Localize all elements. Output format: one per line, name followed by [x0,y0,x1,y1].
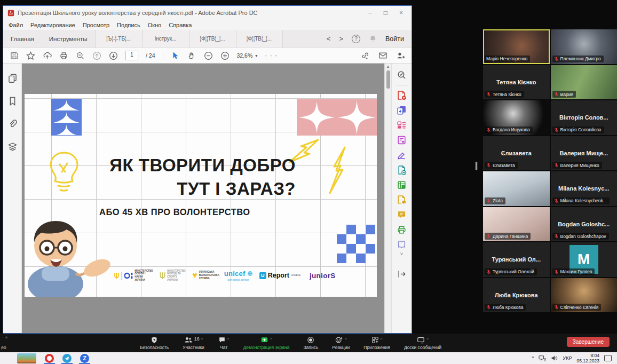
security-button[interactable]: Безопасность [140,336,169,350]
sign-in-button[interactable]: Войти [385,35,404,43]
participant-tile[interactable]: Племянник Дмитро [551,29,617,64]
participant-tile[interactable]: Валерия Мище... Валерия Мищенко [551,136,617,171]
minimize-button[interactable]: – [368,10,372,16]
comment-icon[interactable] [397,210,407,220]
page-down-icon[interactable] [109,51,118,60]
participant-tile[interactable]: Дарина Ганшина [483,207,550,242]
hand-tool-icon[interactable] [187,51,196,60]
notification-center-icon[interactable] [604,355,612,361]
page-thumbnails-icon[interactable] [7,73,18,83]
screen-share-button[interactable]: ^ Демонстрация экрана [243,336,290,350]
taskbar-zoom-app[interactable]: Z [79,352,90,364]
share-cloud-icon[interactable] [43,51,52,60]
record-button[interactable]: Запись [303,336,318,350]
participant-tile[interactable]: Богдана Ищукова [483,100,550,135]
chat-button[interactable]: ^ Чат [218,336,230,350]
participant-tile[interactable]: M Максим Гуляев [551,242,617,277]
participants-button[interactable]: 16^ Участники [183,336,204,350]
page-number-input[interactable]: 1 [125,51,138,60]
tray-expand-icon[interactable]: ^ [532,355,534,361]
more-tools-icon[interactable]: · · · [265,52,278,59]
save-icon[interactable] [10,51,19,60]
vertical-scrollbar[interactable]: ▲ [384,64,391,333]
zoom-level-dropdown[interactable]: 32,6% ▾ [237,52,258,59]
chevron-down-icon[interactable]: ˅ [400,251,403,257]
participant-tile[interactable]: Bogdan Goloshc... Bogdan Goloshchapov [551,207,617,242]
chevron-up-icon[interactable]: ^ [5,336,7,341]
send-email-icon[interactable] [378,51,387,60]
star-icon[interactable] [26,51,35,60]
close-button[interactable]: × [399,10,403,16]
participant-tile[interactable]: Марія Нечепоренко [483,29,550,64]
document-tab[interactable]: Інструк... [142,30,189,48]
create-pdf-icon[interactable] [397,90,407,100]
apps-button[interactable]: ^ Приложения [363,336,390,350]
zoom-in-icon[interactable] [220,51,230,60]
language-indicator[interactable]: УКР [563,355,572,361]
menu-item[interactable]: Редактирование [30,22,75,28]
select-cursor-icon[interactable] [171,51,180,60]
acrobat-titlebar[interactable]: Презентація Шкільного уроку волонтерства… [3,6,412,20]
document-tab[interactable]: ¦Ъ¦-¦-ТБ¦... [95,30,142,48]
nav-back-icon[interactable]: < [327,35,331,43]
help-icon[interactable]: ? [352,35,360,43]
bell-icon[interactable] [369,35,377,43]
add-person-icon[interactable] [396,51,405,60]
nav-forward-icon[interactable]: > [339,35,343,43]
panel-resize-handle[interactable] [476,162,480,170]
stop-video-button[interactable]: ^ видео [1,335,23,351]
chevron-up-icon[interactable]: ^ [201,337,203,342]
speaker-icon[interactable] [551,355,558,361]
menu-item[interactable]: Подпись [117,22,140,28]
print-icon[interactable] [59,51,68,60]
scrollbar-thumb[interactable] [386,70,390,89]
menu-item[interactable]: Файл [9,22,23,28]
maximize-button[interactable]: □ [384,10,387,16]
taskbar-opera-app[interactable] [44,352,55,364]
whiteboard-button[interactable]: ^ Доски сообщений [404,336,441,350]
scroll-up-icon[interactable]: ▲ [386,64,390,68]
participant-tile[interactable]: мария [551,65,617,100]
zoom-out-icon[interactable] [204,51,213,60]
tab-tools[interactable]: Инструменты [42,30,95,48]
search-minus-icon[interactable] [76,51,85,60]
participant-tile[interactable]: Сліпченко Євгенія [551,278,617,313]
menu-item[interactable]: Окно [148,22,162,28]
edit-pdf-icon[interactable] [397,135,407,145]
chevron-up-icon[interactable]: ^ [270,337,272,342]
reactions-button[interactable]: ^ Реакции [332,336,350,350]
participant-tile[interactable]: Люба Крюкова Люба Крюкова [483,278,550,313]
find-text-icon[interactable] [397,70,407,80]
layers-icon[interactable] [7,142,18,152]
document-tab[interactable]: ¦Ф¦¦ТВ¦_¦... [236,30,283,48]
document-view[interactable]: ЯК ТВОРИТИ ДОБРО ТУТ І ЗАРАЗ? АБО 45 ХВ … [22,64,391,333]
share-link-icon[interactable] [361,51,370,60]
end-meeting-button[interactable]: Завершение [567,337,610,347]
compare-files-icon[interactable] [397,195,407,205]
chevron-up-icon[interactable]: ^ [381,337,383,342]
attachments-icon[interactable] [7,119,18,129]
send-for-review-icon[interactable] [397,165,407,175]
clock[interactable]: 8:04 05.12.2023 [576,353,599,363]
tab-home[interactable]: Главная [3,30,42,48]
chevron-up-icon[interactable]: ^ [227,337,230,342]
participant-tile[interactable]: Турянський Ол... Турянський Олексій [483,242,550,277]
export-pdf-icon[interactable] [397,105,407,115]
print-production-icon[interactable] [397,225,407,235]
fill-sign-icon[interactable] [397,150,407,160]
menu-item[interactable]: Справка [169,22,192,28]
participant-tile[interactable]: Milana Kolesnyc... Milana Kolesnychenk..… [551,171,617,206]
participant-tile[interactable]: Єлизавета Єлизавета [483,136,550,171]
chevron-up-icon[interactable]: ^ [426,337,429,342]
crop-pages-icon[interactable] [397,180,407,190]
menu-item[interactable]: Просмотр [83,22,109,28]
network-icon[interactable] [539,355,546,361]
more-tools-icon[interactable] [397,240,407,250]
chevron-up-icon[interactable]: ^ [345,337,347,342]
participant-tile[interactable]: Вікторія Солов... Вікторія Соловйова [551,100,617,135]
bookmarks-icon[interactable] [7,96,18,106]
page-up-icon[interactable] [92,51,101,60]
participant-tile[interactable]: Тетяна Кієнко Тетяна Кієнко [483,65,550,100]
participant-tile[interactable]: Zlata [483,171,550,206]
taskbar-telegram-app[interactable] [61,352,73,364]
